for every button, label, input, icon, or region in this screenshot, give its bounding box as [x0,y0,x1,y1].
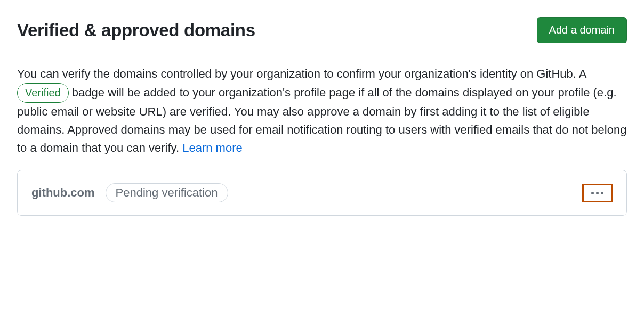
status-badge: Pending verification [106,183,228,202]
kebab-icon [601,192,603,194]
domain-list-item: github.com Pending verification [17,170,627,216]
kebab-highlight [582,184,613,202]
domain-actions-button[interactable] [588,189,607,198]
description-text: You can verify the domains controlled by… [17,65,627,157]
description-part-2: badge will be added to your organization… [17,86,626,154]
page-title: Verified & approved domains [17,20,255,40]
kebab-icon [591,192,594,194]
verified-badge: Verified [17,83,69,103]
learn-more-link[interactable]: Learn more [182,141,243,154]
domain-name: github.com [31,186,95,200]
description-part-1: You can verify the domains controlled by… [17,67,586,80]
kebab-icon [596,192,599,194]
header-row: Verified & approved domains Add a domain [17,17,627,50]
add-domain-button[interactable]: Add a domain [537,17,627,43]
